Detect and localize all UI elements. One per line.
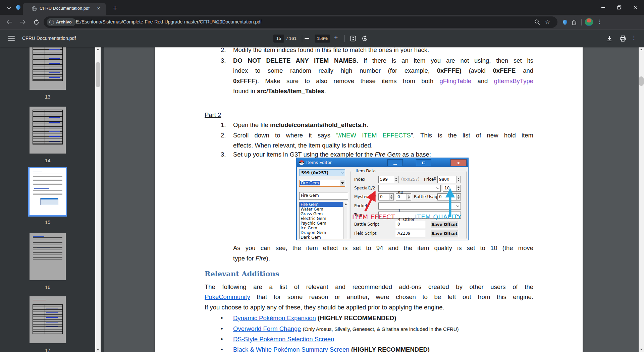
doc-line: PokeCommunity that for some reason or an… — [205, 292, 533, 302]
doc-line: •Overworld Form Change (Only Arceus, Sil… — [233, 324, 459, 334]
tab-close-icon[interactable]: × — [95, 5, 102, 12]
page-thumbnail[interactable]: 17 — [30, 296, 66, 343]
rotate-button[interactable] — [361, 35, 369, 42]
new-tab-button[interactable]: + — [110, 3, 120, 13]
window-restore-button[interactable] — [611, 0, 627, 15]
extension-drop-icon[interactable] — [562, 19, 568, 25]
thumbnail-page[interactable] — [30, 233, 66, 280]
page-number-input[interactable]: 15 — [273, 35, 284, 43]
list-marker: • — [221, 345, 223, 352]
thumbnail-page[interactable] — [30, 168, 66, 215]
tab-search-button[interactable] — [3, 3, 15, 13]
url-bar[interactable]: i Archivo E:/Escritorio/Sistemas/Complet… — [44, 16, 557, 28]
listbox-item[interactable]: Electric Gem — [300, 216, 343, 221]
page-thumbnail[interactable]: 15 — [30, 168, 66, 215]
listbox-item[interactable]: Fire Gem — [300, 202, 343, 207]
scroll-up-arrow[interactable] — [639, 47, 644, 52]
scroll-up-arrow[interactable] — [95, 47, 101, 52]
main-scrollbar[interactable] — [639, 47, 644, 352]
chevron-down-icon — [457, 204, 459, 207]
bookmark-star-icon[interactable]: ☆ — [545, 18, 550, 25]
thumbnail-page[interactable] — [30, 107, 66, 154]
zoom-out-button[interactable] — [305, 38, 309, 39]
window-close-button[interactable] — [627, 0, 643, 15]
caret-down-icon — [341, 182, 344, 184]
page-thumbnail[interactable]: 13 — [30, 47, 66, 90]
listbox-item[interactable]: Ice Gem — [300, 226, 343, 230]
reload-button[interactable] — [32, 17, 41, 27]
pocket-dropdown: 1 — [378, 202, 461, 210]
sidebar-scrollbar-thumb[interactable] — [96, 62, 100, 87]
print-button[interactable] — [619, 35, 627, 42]
doc-text: 0xFFFE) — [437, 67, 462, 74]
doc-text: Open the file — [233, 121, 270, 128]
field-script-label: Field Script — [354, 231, 376, 236]
zoom-level-input[interactable]: 156% — [315, 35, 330, 43]
spin-buttons — [456, 185, 461, 191]
url-text[interactable]: E:/Escritorio/Sistemas/Complete-Fire-Red… — [76, 19, 262, 24]
doc-text: (Only Arceus, Silvally, Genesect, & Gira… — [303, 326, 459, 332]
page-thumbnail[interactable]: 14 — [30, 107, 66, 154]
pdf-toolbar: CFRU Documentation.pdf 15 / 161 156% + — [0, 30, 644, 47]
thumbnail-page-number: 16 — [30, 284, 66, 290]
doc-link[interactable]: gItemsByType — [494, 77, 533, 84]
doc-line: As you can see, the item effect is set t… — [233, 243, 533, 253]
zoom-in-button[interactable]: + — [334, 34, 338, 42]
browser-menu-button[interactable]: ⋮ — [597, 18, 602, 25]
download-button[interactable] — [606, 35, 613, 42]
thumbnail-page[interactable] — [30, 296, 66, 343]
listbox-item[interactable]: Psychic Gem — [300, 221, 343, 226]
scroll-down-arrow[interactable] — [639, 347, 644, 352]
editor-minimize-button — [387, 159, 403, 166]
listbox-item[interactable]: Water Gem — [300, 207, 343, 212]
minimize-icon — [601, 7, 605, 8]
listbox-item[interactable]: Dragon Gem — [300, 230, 343, 235]
pdf-more-button[interactable]: ⋮ — [631, 35, 637, 41]
doc-text: Modify the item indices found in this fi… — [233, 47, 429, 53]
doc-link[interactable]: Overworld Form Change — [233, 325, 301, 332]
forward-button[interactable] — [18, 17, 28, 27]
pinned-drop-icon[interactable] — [15, 4, 21, 10]
editor-maximize-button — [416, 159, 431, 166]
doc-line: 1.Open the file include/constants/hold_e… — [233, 120, 368, 130]
page-total-label: / 161 — [286, 36, 297, 41]
zoom-page-icon[interactable] — [534, 19, 540, 25]
doc-text: As you can see, the item effect is set t… — [233, 244, 533, 251]
doc-link[interactable]: DS-Style Pokémon Selection Screen — [233, 336, 334, 343]
active-tab[interactable]: CFRU Documentation.pdf × — [23, 3, 106, 15]
doc-text: found in — [233, 87, 257, 95]
fit-to-page-button[interactable] — [350, 35, 357, 42]
list-marker: 3. — [221, 56, 226, 66]
magnifier-icon — [534, 19, 540, 25]
doc-line: 3.DO NOT DELETE ANY ITEM NAMES. If there… — [233, 56, 533, 66]
thumbnail-page[interactable] — [30, 47, 66, 90]
file-scheme-chip[interactable]: i Archivo — [47, 18, 76, 26]
spin-buttons — [456, 176, 461, 183]
pocket-label: Pocket — [354, 203, 367, 208]
extensions-button[interactable] — [571, 19, 578, 25]
doc-line: found in src/Tables/Item_Tables. — [233, 86, 326, 96]
doc-text: The following are a list of relevant and… — [205, 283, 533, 290]
globe-favicon-icon — [32, 6, 37, 11]
thumbnail-page-number: 17 — [30, 347, 66, 352]
pdf-menu-button[interactable] — [8, 36, 15, 41]
sidebar-scrollbar[interactable] — [95, 47, 101, 352]
doc-text: index to some random really high number … — [233, 67, 437, 74]
doc-link[interactable]: PokeCommunity — [205, 293, 250, 300]
item-effect-annotation: ITEM EFFECT — [352, 213, 395, 221]
window-minimize-button[interactable] — [595, 0, 611, 15]
back-button[interactable] — [5, 17, 14, 27]
puzzle-icon — [571, 19, 578, 25]
scroll-down-arrow[interactable] — [95, 347, 101, 352]
doc-link[interactable]: gFlingTable — [440, 77, 472, 84]
doc-text: DO NOT DELETE ANY ITEM NAMES — [233, 57, 357, 64]
doc-link[interactable]: Black & White Pokémon Summary Screen — [233, 346, 350, 352]
pokedollar-icon: ₽ — [434, 177, 436, 181]
doc-text: “//NEW ITEM EFFECTS — [336, 132, 411, 139]
listbox-item[interactable]: Dark Gem — [300, 235, 343, 239]
main-scrollbar-thumb[interactable] — [639, 76, 644, 86]
page-thumbnail[interactable]: 16 — [30, 233, 66, 280]
listbox-item[interactable]: Grass Gem — [300, 212, 343, 216]
profile-avatar[interactable] — [585, 18, 593, 26]
doc-link[interactable]: Dynamic Pokémon Expansion — [233, 314, 316, 321]
